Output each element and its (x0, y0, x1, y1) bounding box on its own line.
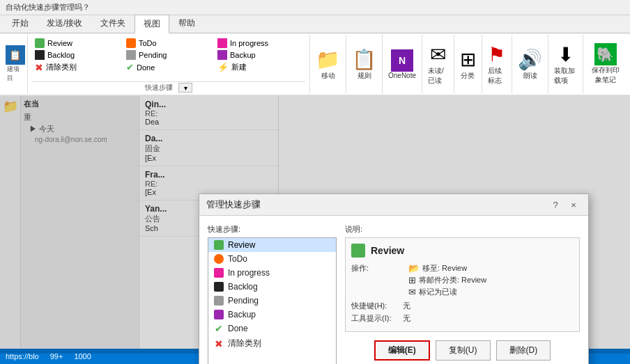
tab-folder[interactable]: 文件夹 (91, 14, 135, 33)
edit-btn[interactable]: 编辑(E) (374, 340, 430, 361)
qs-list-item-pending[interactable]: Pending (208, 294, 336, 308)
addins-group: ⬇ 装取加载项 (548, 35, 583, 93)
action-text-3: 标记为已读 (419, 287, 457, 297)
qs-list-icon-pending (214, 296, 224, 306)
quick-steps-list[interactable]: Review ToDo In progress Backlog (208, 237, 337, 364)
desc-actions: 📂 移至: Review ⊞ 将邮件分类: Review ✉ 标记为已读 (408, 263, 486, 299)
qs-list-label-backlog: Backlog (228, 282, 258, 292)
qs-pending[interactable]: Pending (123, 49, 214, 61)
qs-clear-label: 清除类别 (46, 62, 77, 72)
qs-new[interactable]: ⚡ 新建 (215, 61, 305, 73)
dialog-left-panel: 快速步骤: Review ToDo In progress (208, 224, 337, 364)
unread-icon[interactable]: ✉ (430, 43, 446, 66)
desc-title: Review (371, 245, 404, 256)
desc-icon (351, 244, 365, 258)
quick-steps-expand[interactable]: ▾ (178, 83, 192, 93)
dialog-help-btn[interactable]: ? (548, 198, 563, 211)
desc-shortcut-label: 快捷键(H): (351, 301, 400, 311)
action-text-1: 移至: Review (422, 263, 467, 274)
qs-list-label-backup: Backup (228, 310, 256, 319)
followup-group: ⚑ 后续标志 (482, 35, 513, 93)
qs-clear[interactable]: ✖ 清除类别 (32, 61, 123, 73)
followup-label: 后续标志 (488, 66, 507, 86)
unread-group: ✉ 未读/已读 (422, 35, 454, 93)
move-group: 📁 移动 (310, 35, 346, 93)
qs-list-item-backlog[interactable]: Backlog (208, 280, 336, 294)
tab-help[interactable]: 帮助 (169, 14, 204, 33)
qs-list-label-clear: 清除类别 (228, 338, 261, 349)
create-item-btn[interactable]: 📋 建项目 (3, 35, 28, 93)
qs-list-item-backup[interactable]: Backup (208, 308, 336, 322)
desc-action-3: ✉ 标记为已读 (408, 287, 486, 297)
qs-list-item-clear[interactable]: ✖ 清除类别 (208, 335, 336, 351)
action-icon-1: 📂 (408, 263, 420, 274)
qs-list-label-done: Done (228, 324, 248, 333)
quick-steps-group: Review ToDo In progress Backlog Pending … (28, 35, 310, 93)
addins-icon[interactable]: ⬇ (558, 43, 574, 66)
read-group: 🔊 朗读 (512, 35, 548, 93)
onenote-group: N OneNote (383, 35, 422, 93)
dialog-right-panel: 说明: Review 操作: 📂 移至: Review (345, 224, 580, 364)
dialog-title: 管理快速步骤 (206, 198, 261, 211)
topbar-text: 自动化快速步骤管理吗？ (6, 2, 90, 13)
followup-icon[interactable]: ⚑ (488, 43, 505, 66)
ribbon-tabs: 开始 发送/接收 文件夹 视图 帮助 (0, 15, 630, 33)
create-label: 建项目 (7, 65, 23, 83)
qs-inprogress-label: In progress (230, 39, 268, 47)
onenote-icon[interactable]: N (391, 49, 413, 72)
tab-view[interactable]: 视图 (135, 15, 169, 33)
tab-send-receive[interactable]: 发送/接收 (38, 14, 91, 33)
move-icon[interactable]: 📁 (316, 48, 340, 71)
qs-new-label: 新建 (231, 62, 247, 72)
qs-list-label-todo: ToDo (228, 254, 247, 264)
desc-action-2: ⊞ 将邮件分类: Review (408, 275, 486, 285)
delete-btn[interactable]: 删除(D) (496, 340, 551, 361)
qs-todo[interactable]: ToDo (123, 38, 214, 49)
dialog-body: 快速步骤: Review ToDo In progress (199, 216, 588, 364)
unread-label: 未读/已读 (428, 66, 447, 86)
classify-label: 分类 (461, 71, 475, 81)
qs-clear-icon: ✖ (35, 63, 43, 72)
qs-review-label: Review (47, 39, 72, 47)
tab-start[interactable]: 开始 (3, 14, 38, 33)
qs-review[interactable]: Review (32, 38, 123, 49)
rule-icon[interactable]: 📋 (352, 48, 376, 71)
classify-icon[interactable]: ⊞ (460, 48, 476, 71)
read-label: 朗读 (523, 71, 537, 81)
quick-steps-footer: 快速步骤 ▾ (32, 81, 305, 93)
qs-list-label-inprogress: In progress (228, 268, 270, 278)
main-area: 📁 在当 重 ▶ 今天 ng-dora.li@non.se.com Qin...… (0, 96, 630, 354)
rule-label: 规则 (358, 71, 371, 81)
action-text-2: 将邮件分类: Review (419, 275, 486, 285)
quick-steps-label: 快速步骤 (145, 83, 173, 93)
desc-ops-label: 操作: (351, 263, 400, 274)
desc-shortcut-row: 快捷键(H): 无 (351, 301, 574, 311)
desc-tooltip-value: 无 (403, 313, 410, 324)
qs-list-label-review: Review (228, 240, 255, 250)
dialog-close-btn[interactable]: × (566, 198, 581, 211)
qs-done[interactable]: ✔ Done (123, 61, 214, 73)
evernote-group: 🐘 保存到印象笔记 (583, 35, 627, 93)
qs-new-icon: ⚡ (217, 63, 229, 72)
qs-list-icon-clear: ✖ (214, 339, 224, 349)
desc-header: Review (351, 244, 574, 258)
qs-list-icon-todo (214, 254, 224, 264)
desc-shortcut-value: 无 (403, 301, 410, 311)
qs-list-item-review[interactable]: Review (208, 238, 336, 252)
read-icon[interactable]: 🔊 (518, 48, 542, 71)
qs-list-label-pending: Pending (228, 296, 259, 306)
action-icon-2: ⊞ (408, 275, 416, 285)
qs-list-item-inprogress[interactable]: In progress (208, 266, 336, 280)
qs-list-item-done[interactable]: ✔ Done (208, 322, 336, 335)
desc-tooltip-label: 工具提示(I): (351, 313, 400, 324)
qs-backlog[interactable]: Backlog (32, 49, 123, 61)
qs-backup[interactable]: Backup (215, 49, 305, 61)
qs-inprogress[interactable]: In progress (215, 38, 305, 49)
create-icon: 📋 (6, 45, 25, 65)
dialog-right-label: 说明: (345, 224, 580, 235)
dialog-left-label: 快速步骤: (208, 224, 337, 235)
qs-backlog-label: Backlog (47, 51, 75, 59)
evernote-icon[interactable]: 🐘 (594, 43, 617, 65)
copy-btn[interactable]: 复制(U) (436, 340, 491, 361)
qs-list-item-todo[interactable]: ToDo (208, 252, 336, 266)
